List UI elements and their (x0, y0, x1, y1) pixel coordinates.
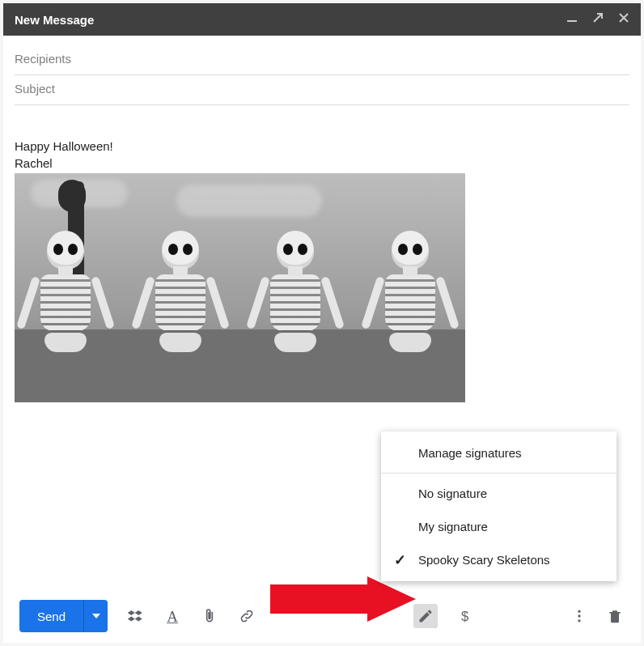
recipients-field[interactable]: Recipients (15, 45, 629, 75)
format-icon[interactable]: A (163, 606, 182, 626)
dollar-icon[interactable]: $ (455, 606, 475, 626)
minimize-icon[interactable] (566, 12, 578, 27)
pen-icon[interactable] (413, 604, 438, 628)
subject-placeholder: Subject (15, 82, 55, 96)
send-button[interactable]: Send (19, 600, 83, 632)
more-icon[interactable] (570, 606, 589, 626)
signature-option-label: No signature (418, 487, 487, 500)
callout-arrow (270, 576, 416, 625)
popout-icon[interactable] (592, 12, 604, 27)
svg-marker-2 (92, 614, 100, 618)
send-options-button[interactable] (83, 600, 108, 632)
compose-body[interactable]: Happy Halloween! Rachel (15, 105, 629, 402)
subject-field[interactable]: Subject (15, 75, 629, 105)
caret-down-icon (92, 612, 100, 620)
trash-icon[interactable] (605, 606, 625, 626)
attach-icon[interactable] (200, 606, 219, 626)
manage-signatures-item[interactable]: Manage signatures (381, 436, 616, 470)
signature-option[interactable]: No signature (381, 477, 616, 510)
dropbox-icon[interactable] (125, 606, 145, 626)
link-icon[interactable] (237, 606, 256, 626)
close-icon[interactable] (618, 12, 629, 27)
window-title: New Message (15, 13, 566, 27)
svg-point-6 (578, 619, 580, 622)
signature-option[interactable]: My signature (381, 510, 616, 543)
compose-window: New Message Recipients Subject Happy Hal… (0, 0, 644, 646)
recipients-placeholder: Recipients (15, 52, 71, 66)
titlebar: New Message (3, 3, 641, 36)
window-controls (566, 12, 629, 27)
signature-menu: Manage signatures No signature My signat… (381, 431, 616, 581)
compose-fields: Recipients Subject Happy Halloween! Rach… (3, 36, 641, 402)
embedded-gif[interactable] (15, 173, 465, 402)
svg-marker-1 (270, 576, 416, 622)
svg-point-4 (578, 610, 580, 613)
send-group: Send (19, 600, 108, 632)
signature-option-label: Spooky Scary Skeletons (418, 553, 550, 567)
signature-option-label: My signature (418, 520, 488, 533)
svg-rect-0 (567, 20, 577, 22)
body-line: Happy Halloween! (15, 138, 629, 155)
svg-text:$: $ (461, 609, 468, 624)
signature-option[interactable]: ✓ Spooky Scary Skeletons (381, 543, 616, 576)
check-icon: ✓ (394, 551, 406, 569)
svg-point-5 (578, 614, 580, 617)
body-line: Rachel (15, 155, 629, 172)
menu-separator (381, 473, 616, 474)
toolbar-right (570, 606, 625, 626)
